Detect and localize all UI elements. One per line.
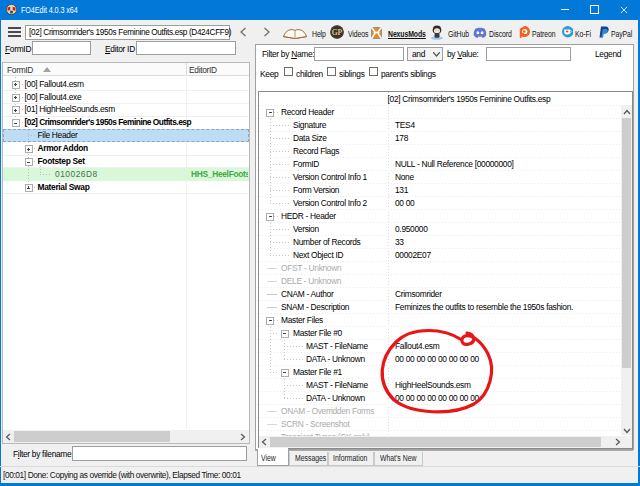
svg-text:GP: GP bbox=[332, 28, 343, 37]
